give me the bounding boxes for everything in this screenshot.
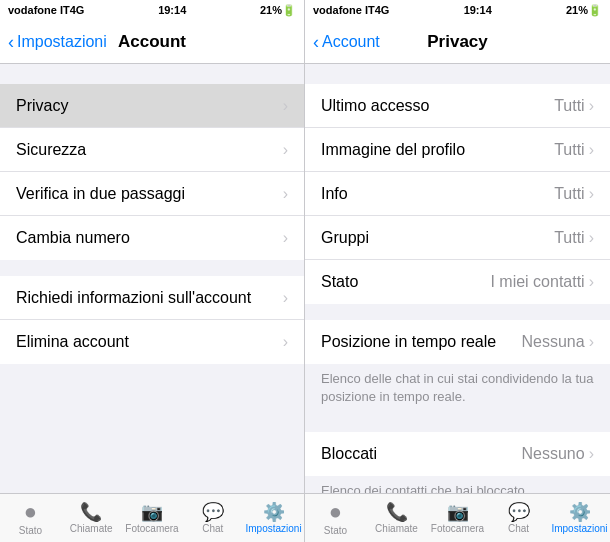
left-back-button[interactable]: ‹ Impostazioni <box>8 33 107 51</box>
right-row-ultimoaccesso-right: Tutti › <box>554 97 594 115</box>
left-row-cambia-right: › <box>283 229 288 247</box>
right-tab-chat[interactable]: 💬 Chat <box>488 494 549 542</box>
left-group-2: Richiedi informazioni sull'account › Eli… <box>0 276 304 364</box>
right-chevron-gruppi-icon: › <box>589 229 594 247</box>
right-tab-fotocamera[interactable]: 📷 Fotocamera <box>427 494 488 542</box>
right-row-immagineprofilo-label: Immagine del profilo <box>321 141 465 159</box>
left-row-richiedi-right: › <box>283 289 288 307</box>
right-tab-impostazioni-icon: ⚙️ <box>569 503 591 521</box>
right-chevron-ultimoaccesso-icon: › <box>589 97 594 115</box>
right-row-immagineprofilo-right: Tutti › <box>554 141 594 159</box>
left-row-richiedi[interactable]: Richiedi informazioni sull'account › <box>0 276 304 320</box>
right-row-ultimoaccesso-label: Ultimo accesso <box>321 97 429 115</box>
right-row-stato-value: I miei contatti <box>490 273 584 291</box>
left-tab-impostazioni-label: Impostazioni <box>246 523 302 534</box>
right-tab-impostazioni[interactable]: ⚙️ Impostazioni <box>549 494 610 542</box>
left-chevron-privacy-icon: › <box>283 97 288 115</box>
right-carrier: vodafone IT <box>313 4 375 16</box>
left-tab-fotocamera-icon: 📷 <box>141 503 163 521</box>
right-battery: 21% <box>566 4 588 16</box>
right-row-info-value: Tutti <box>554 185 585 203</box>
right-time: 19:14 <box>389 4 566 16</box>
left-chevron-richiedi-icon: › <box>283 289 288 307</box>
right-bloccati-desc: Elenco dei contatti che hai bloccato. <box>305 476 610 493</box>
left-row-privacy-right: › <box>283 97 288 115</box>
left-tab-chat-label: Chat <box>202 523 223 534</box>
right-posizione-desc: Elenco delle chat in cui stai condividen… <box>305 364 610 416</box>
right-row-posizione-label: Posizione in tempo reale <box>321 333 496 351</box>
right-row-gruppi-value: Tutti <box>554 229 585 247</box>
right-tab-stato[interactable]: ● Stato <box>305 494 366 542</box>
left-row-cambia-label: Cambia numero <box>16 229 130 247</box>
right-row-stato[interactable]: Stato I miei contatti › <box>305 260 610 304</box>
right-chevron-posizione-icon: › <box>589 333 594 351</box>
left-tab-stato-label: Stato <box>19 525 42 536</box>
left-nav-title: Account <box>118 32 186 52</box>
right-row-bloccati[interactable]: Bloccati Nessuno › <box>305 432 610 476</box>
right-tab-chiamate-icon: 📞 <box>386 503 408 521</box>
right-row-gruppi-right: Tutti › <box>554 229 594 247</box>
left-row-cambia[interactable]: Cambia numero › <box>0 216 304 260</box>
right-row-info[interactable]: Info Tutti › <box>305 172 610 216</box>
right-row-info-right: Tutti › <box>554 185 594 203</box>
left-tab-chiamate-label: Chiamate <box>70 523 113 534</box>
left-row-verifica[interactable]: Verifica in due passaggi › <box>0 172 304 216</box>
left-tab-chat[interactable]: 💬 Chat <box>182 494 243 542</box>
left-tab-stato[interactable]: ● Stato <box>0 494 61 542</box>
right-row-gruppi[interactable]: Gruppi Tutti › <box>305 216 610 260</box>
left-back-chevron-icon: ‹ <box>8 33 14 51</box>
left-chevron-elimina-icon: › <box>283 333 288 351</box>
left-row-elimina[interactable]: Elimina account › <box>0 320 304 364</box>
right-section-2: Posizione in tempo reale Nessuna › Elenc… <box>305 320 610 416</box>
right-nav-title: Privacy <box>427 32 488 52</box>
right-tab-stato-icon: ● <box>329 501 342 523</box>
left-tab-chiamate[interactable]: 📞 Chiamate <box>61 494 122 542</box>
left-row-elimina-label: Elimina account <box>16 333 129 351</box>
right-group-1: Ultimo accesso Tutti › Immagine del prof… <box>305 84 610 304</box>
right-tab-fotocamera-label: Fotocamera <box>431 523 484 534</box>
right-chevron-immagineprofilo-icon: › <box>589 141 594 159</box>
right-network-badge: 4G <box>375 4 390 16</box>
left-row-sicurezza-right: › <box>283 141 288 159</box>
right-row-ultimoaccesso[interactable]: Ultimo accesso Tutti › <box>305 84 610 128</box>
right-row-ultimoaccesso-value: Tutti <box>554 97 585 115</box>
left-chevron-cambia-icon: › <box>283 229 288 247</box>
left-tab-impostazioni[interactable]: ⚙️ Impostazioni <box>243 494 304 542</box>
left-tab-fotocamera[interactable]: 📷 Fotocamera <box>122 494 183 542</box>
right-tab-chiamate-label: Chiamate <box>375 523 418 534</box>
right-back-chevron-icon: ‹ <box>313 33 319 51</box>
left-chevron-verifica-icon: › <box>283 185 288 203</box>
right-tab-chiamate[interactable]: 📞 Chiamate <box>366 494 427 542</box>
left-tab-impostazioni-icon: ⚙️ <box>263 503 285 521</box>
right-tab-fotocamera-icon: 📷 <box>447 503 469 521</box>
right-group-2: Posizione in tempo reale Nessuna › <box>305 320 610 364</box>
left-row-verifica-label: Verifica in due passaggi <box>16 185 185 203</box>
right-row-stato-label: Stato <box>321 273 358 291</box>
left-row-elimina-right: › <box>283 333 288 351</box>
left-content: Privacy › Sicurezza › Verifica in due pa… <box>0 64 304 493</box>
right-nav-bar: ‹ Account Privacy <box>305 20 610 64</box>
right-back-button[interactable]: ‹ Account <box>313 33 380 51</box>
left-tab-chiamate-icon: 📞 <box>80 503 102 521</box>
left-back-label[interactable]: Impostazioni <box>17 33 107 51</box>
right-row-bloccati-label: Bloccati <box>321 445 377 463</box>
left-row-privacy[interactable]: Privacy › <box>0 84 304 128</box>
right-row-immagineprofilo[interactable]: Immagine del profilo Tutti › <box>305 128 610 172</box>
right-row-posizione[interactable]: Posizione in tempo reale Nessuna › <box>305 320 610 364</box>
left-time: 19:14 <box>84 4 260 16</box>
right-chevron-info-icon: › <box>589 185 594 203</box>
left-row-sicurezza[interactable]: Sicurezza › <box>0 128 304 172</box>
left-network-badge: 4G <box>70 4 85 16</box>
left-tab-stato-icon: ● <box>24 501 37 523</box>
right-tab-chat-icon: 💬 <box>508 503 530 521</box>
right-back-label[interactable]: Account <box>322 33 380 51</box>
left-row-privacy-label: Privacy <box>16 97 68 115</box>
left-status-bar: vodafone IT 4G 19:14 21% 🔋 <box>0 0 304 20</box>
left-tab-fotocamera-label: Fotocamera <box>125 523 178 534</box>
right-row-stato-right: I miei contatti › <box>490 273 594 291</box>
right-row-posizione-value: Nessuna <box>522 333 585 351</box>
left-panel: vodafone IT 4G 19:14 21% 🔋 ‹ Impostazion… <box>0 0 305 542</box>
right-status-bar: vodafone IT 4G 19:14 21% 🔋 <box>305 0 610 20</box>
left-battery: 21% <box>260 4 282 16</box>
right-tab-impostazioni-label: Impostazioni <box>551 523 607 534</box>
